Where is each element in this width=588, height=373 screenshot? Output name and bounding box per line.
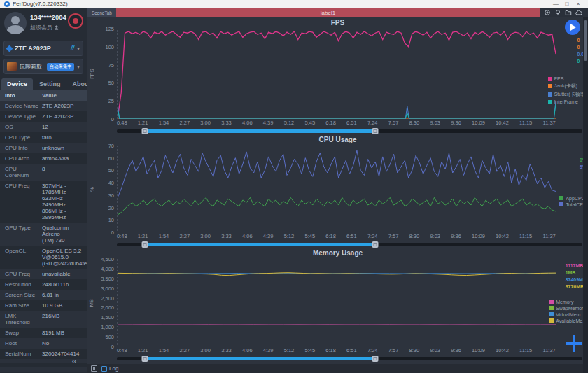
log-checkbox[interactable] [102, 366, 107, 372]
cpu-range-slider[interactable] [117, 241, 582, 248]
info-cell: Info [0, 90, 41, 101]
slider-range[interactable] [145, 243, 375, 246]
fps-plot[interactable] [117, 29, 556, 119]
minimize-button[interactable]: — [550, 1, 561, 7]
y-tick-label: 125 [105, 26, 114, 32]
legend-item[interactable]: FPS [548, 76, 587, 81]
x-tick-label: 3:33 [221, 347, 232, 353]
cpu-y-axis-label: % [88, 187, 94, 192]
cpu-plot[interactable] [117, 146, 556, 232]
x-tick-label: 2:27 [179, 233, 190, 239]
series-AppCPU [118, 197, 556, 215]
legend-label: FPS [554, 76, 564, 81]
x-tick-label: 7:57 [388, 347, 399, 353]
maximize-button[interactable]: □ [561, 1, 573, 7]
memory-plot-svg [118, 259, 556, 346]
legend-item[interactable]: Stutter(卡顿率) [548, 91, 587, 98]
x-tick-label: 5:45 [304, 347, 315, 353]
legend-swatch-icon [550, 300, 554, 304]
x-tick-label: 3:00 [200, 120, 211, 126]
slider-range[interactable] [145, 357, 375, 360]
frame-mode-button[interactable] [91, 365, 97, 372]
bulb-icon[interactable] [554, 9, 561, 16]
legend-item[interactable]: VirtualMem... [550, 312, 587, 317]
x-tick-label: 9:36 [451, 120, 461, 126]
member-person-icon [55, 25, 59, 30]
add-chart-button[interactable] [566, 335, 582, 352]
avatar[interactable] [4, 12, 27, 34]
series-TotalCPU [118, 150, 556, 197]
legend-item[interactable]: SwapMemory [550, 306, 587, 311]
y-tick-label: 40 [108, 180, 114, 186]
device-selector[interactable]: ZTE A2023P // ▾ [4, 41, 83, 56]
x-tick-label: 7:57 [388, 233, 399, 239]
folder-icon[interactable] [565, 9, 572, 16]
wireless-mode-icon[interactable]: // [71, 45, 74, 52]
table-row: Ram Size10.9 GB [0, 300, 87, 311]
slider-handle-left[interactable] [141, 241, 148, 248]
cpu-y-ticks: 010203040506070 [96, 146, 117, 232]
table-row: Screen Size6.81 in [0, 290, 87, 300]
tab-setting[interactable]: Setting [34, 78, 66, 90]
y-tick-label: 25 [108, 98, 114, 104]
tab-device[interactable]: Device [1, 78, 33, 90]
table-row: GPU TypeQualcomm Adreno (TM) 730 [0, 223, 87, 246]
stop-record-button[interactable] [68, 13, 83, 29]
value-cell: ZTE A2023P [41, 101, 87, 111]
device-caret-icon[interactable]: ▾ [77, 45, 80, 52]
x-tick-label: 11:37 [543, 233, 556, 239]
play-button[interactable] [565, 20, 580, 35]
slider-handle-right[interactable] [372, 128, 379, 134]
collapse-sidebar-button[interactable]: « [72, 358, 77, 365]
legend-item[interactable]: AvailableMe... [550, 318, 587, 323]
scrollbar-thumb[interactable] [584, 20, 587, 61]
x-tick-label: 5:45 [304, 120, 315, 126]
vertical-scrollbar [583, 17, 588, 373]
slider-handle-right[interactable] [372, 241, 379, 248]
cloud-icon[interactable] [575, 9, 582, 16]
x-tick-label: 4:06 [242, 120, 253, 126]
legend-item[interactable]: InterFrame [548, 99, 587, 104]
slider-handle-left[interactable] [141, 356, 148, 362]
legend-label: AvailableMe... [556, 318, 587, 323]
x-tick-label: 0:48 [117, 120, 127, 126]
fps-range-slider[interactable] [117, 128, 582, 134]
table-row: OS12 [0, 122, 87, 132]
value-cell: unknown [41, 143, 87, 153]
app-caret-icon[interactable]: ▾ [77, 64, 80, 70]
memory-chart-title: Memory Usage [88, 249, 588, 259]
y-tick-label: 2,500 [101, 295, 114, 301]
info-cell: SerialNum [0, 349, 41, 359]
window-titlebar: PerfDog(v7.0.220332) — □ × [0, 0, 588, 8]
info-cell: Resolution [0, 279, 41, 290]
x-tick-label: 5:12 [284, 120, 295, 126]
scene-tab[interactable]: SceneTab [88, 8, 116, 17]
record-target-icon[interactable] [544, 9, 551, 16]
bottom-bar: Log [88, 364, 588, 373]
x-tick-label: 1:54 [159, 347, 169, 353]
slider-handle-left[interactable] [141, 128, 148, 134]
value-cell: taro [41, 132, 87, 143]
x-tick-label: 5:12 [284, 347, 295, 353]
series-FPS [118, 31, 556, 119]
info-cell: GPU Freq [0, 269, 41, 279]
slider-range[interactable] [145, 129, 375, 133]
close-button[interactable]: × [573, 1, 584, 7]
info-cell: CPU CoreNum [0, 164, 41, 181]
legend-item[interactable]: Memory [550, 300, 587, 304]
slider-handle-right[interactable] [372, 356, 379, 362]
legend-label: SwapMemory [556, 306, 586, 311]
y-tick-label: 20 [108, 204, 114, 211]
value-cell: 10.9 GB [41, 300, 87, 311]
memory-plot[interactable] [117, 259, 556, 346]
memory-range-slider[interactable] [117, 356, 582, 362]
series-Stutter(卡顿率) [118, 101, 556, 119]
table-row: RootNo [0, 338, 87, 349]
scene-label-bar[interactable]: label1 [116, 8, 540, 17]
log-checkbox-row[interactable]: Log [102, 365, 118, 372]
y-tick-label: 1,500 [101, 314, 114, 321]
table-header-row: InfoValue [0, 90, 87, 101]
legend-item[interactable]: Jank(卡顿) [548, 83, 587, 90]
app-selector[interactable]: 玩聊莉取 自动采集中 ▾ [4, 59, 83, 74]
x-tick-label: 9:03 [430, 347, 440, 353]
